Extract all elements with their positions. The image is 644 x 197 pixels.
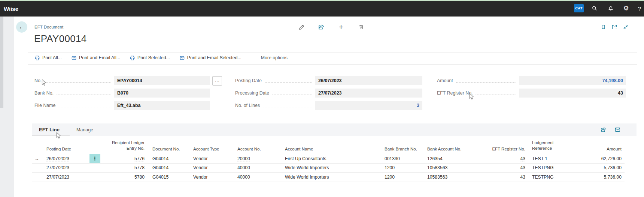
cell-lodgement-reference[interactable]: TEST 1 (528, 156, 584, 161)
cell-amount[interactable]: 62,726.00 (584, 156, 625, 161)
share-icon[interactable] (316, 22, 326, 32)
col-account-type[interactable]: Account Type (189, 147, 232, 154)
print-and-email-all-button[interactable]: Print and Email All... (71, 55, 120, 61)
cell-amount[interactable]: 5,736.00 (584, 165, 625, 170)
tab-eft-line[interactable]: EFT Line (39, 127, 60, 132)
cell-lodgement-reference[interactable]: TESTPNG (528, 165, 584, 170)
col-menu (88, 151, 102, 154)
col-eft-register-no[interactable]: EFT Register No. (483, 147, 528, 154)
col-posting-date[interactable]: Posting Date (42, 147, 88, 154)
notifications-bell-icon[interactable] (606, 4, 615, 13)
table-row[interactable]: → 26/07/2023 ⋮ 5776 G04014 Vendor 20000 … (32, 154, 625, 164)
edit-pencil-icon[interactable] (296, 22, 307, 32)
dotted-leader (265, 82, 312, 83)
eft-register-no-label: EFT Register No. (437, 90, 473, 96)
help-icon[interactable]: ? (635, 4, 644, 13)
print-and-email-selected-button[interactable]: Print and Email Selected... (179, 55, 242, 61)
cell-recipient-ledger-entry-no[interactable]: 5776 (102, 156, 147, 161)
search-icon[interactable] (590, 4, 599, 13)
dotted-leader (58, 107, 111, 107)
bookmark-icon[interactable] (599, 23, 608, 32)
header-divider (28, 53, 637, 53)
cell-posting-date[interactable]: 27/07/2023 (42, 174, 88, 180)
cell-eft-register-no[interactable]: 43 (483, 156, 528, 161)
bank-no-field[interactable]: B070 (114, 89, 210, 98)
field-processing-date: Processing Date 27/07/2023 (235, 89, 422, 98)
cell-account-type[interactable]: Vendor (189, 156, 232, 161)
col-bank-branch-no[interactable]: Bank Branch No. (380, 147, 423, 154)
row-context-menu-icon[interactable]: ⋮ (89, 154, 100, 163)
settings-gear-icon[interactable]: ⚙ (622, 4, 631, 13)
cell-posting-date[interactable]: 27/07/2023 (42, 165, 88, 170)
more-options-button[interactable]: More options (261, 55, 288, 60)
cell-bank-account-no[interactable]: 126354 (423, 156, 483, 161)
cell-eft-register-no[interactable]: 43 (483, 165, 528, 170)
add-plus-icon[interactable]: + (336, 22, 346, 32)
col-bank-account-no[interactable]: Bank Account No. (423, 147, 483, 154)
cell-document-no[interactable]: G04014 (147, 156, 189, 161)
cell-eft-register-no[interactable]: 43 (483, 174, 528, 180)
file-name-field[interactable]: Eft_43.aba (114, 101, 210, 110)
app-top-bar (0, 1, 644, 17)
field-no-of-lines: No. of Lines 3 (235, 101, 422, 110)
cell-account-no[interactable]: 20000 (232, 156, 279, 161)
left-scrollbar[interactable] (0, 17, 3, 108)
cell-account-no[interactable]: 40000 (232, 174, 279, 180)
col-document-no[interactable]: Document No. (147, 147, 189, 154)
no-of-lines-field[interactable]: 3 (315, 101, 422, 110)
cell-account-no[interactable]: 40000 (232, 165, 279, 170)
no-field[interactable]: EPAY00014 (114, 76, 210, 85)
open-in-new-window-icon[interactable] (610, 23, 619, 32)
posting-date-label: Posting Date (235, 78, 262, 83)
manage-menu-button[interactable]: Manage (76, 127, 93, 132)
cell-posting-date[interactable]: 26/07/2023 (42, 156, 88, 161)
cell-account-name[interactable]: Wide World Importers (279, 174, 380, 180)
share-lines-icon[interactable] (599, 126, 607, 133)
row-indicator-header (32, 151, 42, 154)
file-name-label: File Name (34, 103, 55, 108)
cell-amount[interactable]: 5,736.00 (584, 174, 625, 180)
back-button[interactable]: ← (16, 21, 27, 33)
cell-lodgement-reference[interactable]: TESTPNG (528, 174, 584, 180)
posting-date-field[interactable]: 26/07/2023 (315, 76, 422, 85)
col-recipient-ledger-entry-no[interactable]: Recipient Ledger Entry No. (102, 140, 147, 154)
col-lodgement-reference[interactable]: Lodgement Reference (528, 140, 584, 154)
app-logo[interactable]: Wiise (4, 1, 18, 17)
eft-line-grid: Posting Date Recipient Ledger Entry No. … (32, 136, 625, 182)
fields-column-3: Amount 74,198.00 EFT Register No. 43 (437, 76, 626, 101)
cell-bank-branch-no[interactable]: 001330 (380, 156, 423, 161)
cell-document-no[interactable]: G04015 (147, 174, 189, 180)
cell-recipient-ledger-entry-no[interactable]: 5778 (102, 165, 147, 170)
cell-recipient-ledger-entry-no[interactable]: 5780 (102, 174, 147, 180)
no-of-lines-label: No. of Lines (235, 103, 260, 108)
company-badge[interactable]: CAT (574, 4, 584, 12)
table-row[interactable]: 27/07/2023 5778 G04014 Vendor 40000 Wide… (32, 164, 625, 173)
eft-register-no-field[interactable]: 43 (519, 89, 626, 98)
cell-document-no[interactable]: G04014 (147, 165, 189, 170)
collapse-page-icon[interactable] (621, 23, 630, 32)
delete-trash-icon[interactable] (356, 22, 367, 32)
dotted-leader (45, 82, 111, 83)
table-row[interactable]: 27/07/2023 5780 G04015 Vendor 40000 Wide… (32, 173, 625, 182)
amount-field[interactable]: 74,198.00 (519, 76, 626, 85)
assist-edit-button[interactable]: … (212, 76, 222, 86)
cell-bank-branch-no[interactable]: 1200 (380, 174, 423, 180)
grid-header-row: Posting Date Recipient Ledger Entry No. … (32, 136, 625, 154)
cell-account-type[interactable]: Vendor (189, 174, 232, 180)
cell-bank-branch-no[interactable]: 1200 (380, 165, 423, 170)
cell-bank-account-no[interactable]: 10583563 (423, 165, 483, 170)
page-title: EPAY00014 (34, 33, 87, 45)
print-selected-button[interactable]: Print Selected... (130, 55, 170, 61)
cell-account-type[interactable]: Vendor (189, 165, 232, 170)
col-account-no[interactable]: Account No. (232, 147, 279, 154)
cell-bank-account-no[interactable]: 10583563 (423, 174, 483, 180)
dotted-leader (456, 82, 516, 83)
processing-date-field[interactable]: 27/07/2023 (315, 89, 422, 98)
printer-icon (34, 55, 40, 61)
print-all-button[interactable]: Print All... (34, 55, 62, 61)
cell-account-name[interactable]: First Up Consultants (279, 156, 380, 161)
col-amount[interactable]: Amount (584, 147, 625, 154)
email-lines-icon[interactable] (614, 126, 621, 133)
col-account-name[interactable]: Account Name (279, 147, 380, 154)
cell-account-name[interactable]: Wide World Importers (279, 165, 380, 170)
